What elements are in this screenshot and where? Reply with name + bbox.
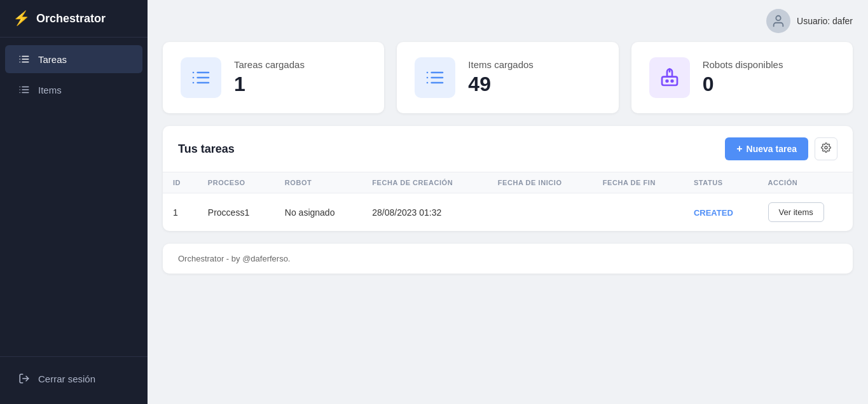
cell-status: CREATED [684,193,758,232]
tasks-table: ID PROCESO ROBOT FECHA DE CREACIÓN FECHA… [163,172,853,231]
col-status: STATUS [684,172,758,193]
col-fecha-fin: FECHA DE FIN [593,172,684,193]
col-robot: ROBOT [275,172,362,193]
stat-value-tareas: 1 [234,73,305,96]
stat-icon-tareas [181,57,221,98]
sidebar-item-logout-label: Cerrar sesión [38,373,95,384]
topbar: Usuario: dafer [148,0,868,42]
ver-items-button[interactable]: Ver items [768,202,824,222]
stat-info-tareas: Tareas cargadas 1 [234,59,305,96]
content-area: Tareas cargadas 1 Items cargados 49 [148,42,868,289]
stat-cards: Tareas cargadas 1 Items cargados 49 [163,42,853,113]
cell-fecha-inicio [488,193,593,232]
new-task-button[interactable]: + Nueva tarea [725,137,808,160]
svg-point-28 [671,80,673,82]
sidebar: ⚡ Orchestrator Tareas Items [0,0,148,404]
cell-accion[interactable]: Ver items [758,193,853,232]
col-accion: ACCIÓN [758,172,853,193]
table-header: Tus tareas + Nueva tarea [163,126,853,172]
table-actions: + Nueva tarea [725,137,837,160]
new-task-label: Nueva tarea [747,144,797,154]
col-id: ID [163,172,198,193]
table-title: Tus tareas [178,143,235,156]
status-badge: CREATED [694,208,733,218]
user-info: Usuario: dafer [766,9,853,33]
footer-text: Orchestrator - by @daferferso. [178,254,290,263]
table-thead: ID PROCESO ROBOT FECHA DE CREACIÓN FECHA… [163,172,853,193]
stat-value-items: 49 [468,73,534,96]
sidebar-item-tareas-label: Tareas [38,54,67,65]
user-label: Usuario: dafer [797,16,853,26]
cell-robot: No asignado [275,193,362,232]
col-fecha-creacion: FECHA DE CREACIÓN [362,172,487,193]
logout-icon [18,372,31,385]
sidebar-item-logout[interactable]: Cerrar sesión [5,365,142,393]
settings-button[interactable] [815,137,837,160]
stat-card-robots: Robots disponibles 0 [631,42,853,113]
cell-id: 1 [163,193,198,232]
table-row: 1 Proccess1 No asignado 28/08/2023 01:32… [163,193,853,232]
app-name: Orchestrator [36,12,106,25]
footer-bar: Orchestrator - by @daferferso. [163,244,853,274]
app-logo: ⚡ Orchestrator [0,0,148,38]
cell-proceso: Proccess1 [198,193,275,232]
stat-info-robots: Robots disponibles 0 [703,59,783,96]
stat-value-robots: 0 [703,73,783,96]
stat-card-items: Items cargados 49 [397,42,618,113]
main-content: Usuario: dafer Tareas cargadas 1 [148,0,868,404]
col-proceso: PROCESO [198,172,275,193]
svg-point-13 [776,16,780,20]
svg-point-27 [666,80,668,82]
tareas-icon [18,53,31,66]
table-tbody: 1 Proccess1 No asignado 28/08/2023 01:32… [163,193,853,232]
stat-icon-items [415,57,455,98]
stat-card-tareas: Tareas cargadas 1 [163,42,384,113]
stat-label-items: Items cargados [468,59,534,70]
sidebar-nav: Tareas Items [0,38,148,356]
col-fecha-inicio: FECHA DE INICIO [488,172,593,193]
stat-label-robots: Robots disponibles [703,59,783,70]
svg-rect-26 [662,77,677,85]
stat-label-tareas: Tareas cargadas [234,59,305,70]
plus-icon: + [736,143,742,155]
items-icon [18,83,31,96]
gear-icon [821,143,831,155]
avatar [766,9,790,33]
sidebar-bottom: Cerrar sesión [0,356,148,404]
svg-point-30 [825,146,827,149]
sidebar-item-items-label: Items [38,85,62,95]
sidebar-item-items[interactable]: Items [5,76,142,104]
cell-fecha-fin [593,193,684,232]
sidebar-item-tareas[interactable]: Tareas [5,45,142,73]
bolt-icon: ⚡ [13,10,30,27]
stat-info-items: Items cargados 49 [468,59,534,96]
stat-icon-robots [649,57,690,98]
tasks-table-section: Tus tareas + Nueva tarea [163,126,853,231]
table-header-row: ID PROCESO ROBOT FECHA DE CREACIÓN FECHA… [163,172,853,193]
cell-fecha-creacion: 28/08/2023 01:32 [362,193,487,232]
